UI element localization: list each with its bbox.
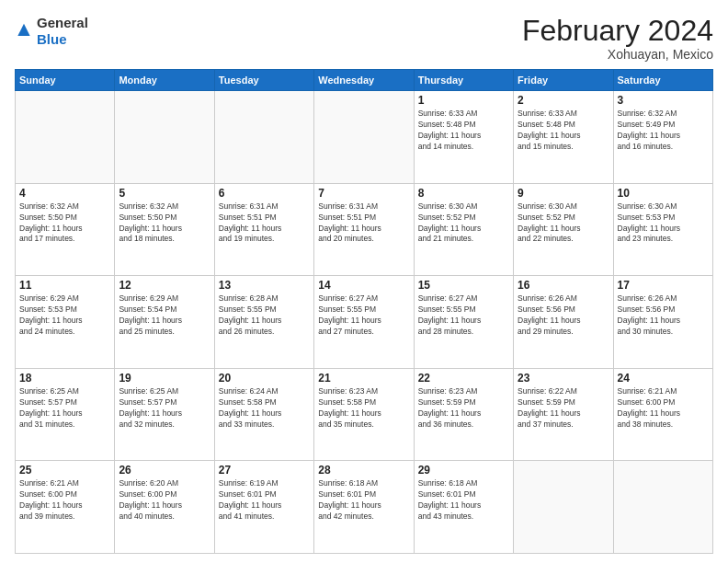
logo-icon xyxy=(15,22,33,40)
calendar-cell: 8Sunrise: 6:30 AM Sunset: 5:52 PM Daylig… xyxy=(414,183,513,276)
day-info: Sunrise: 6:25 AM Sunset: 5:57 PM Dayligh… xyxy=(119,386,210,431)
calendar-cell xyxy=(115,91,214,184)
day-info: Sunrise: 6:18 AM Sunset: 6:01 PM Dayligh… xyxy=(318,478,409,523)
title-block: February 2024 Xohuayan, Mexico xyxy=(522,15,713,62)
calendar-header-wednesday: Wednesday xyxy=(314,70,414,91)
day-number: 3 xyxy=(618,94,709,107)
logo-blue: Blue xyxy=(37,31,67,47)
day-info: Sunrise: 6:24 AM Sunset: 5:58 PM Dayligh… xyxy=(219,386,310,431)
day-number: 28 xyxy=(318,464,409,477)
day-number: 11 xyxy=(19,279,110,292)
calendar-table: SundayMondayTuesdayWednesdayThursdayFrid… xyxy=(15,69,713,554)
calendar-cell: 1Sunrise: 6:33 AM Sunset: 5:48 PM Daylig… xyxy=(414,91,513,184)
day-number: 1 xyxy=(418,94,509,107)
day-info: Sunrise: 6:28 AM Sunset: 5:55 PM Dayligh… xyxy=(219,293,310,338)
calendar-week-4: 18Sunrise: 6:25 AM Sunset: 5:57 PM Dayli… xyxy=(16,368,713,461)
calendar-week-3: 11Sunrise: 6:29 AM Sunset: 5:53 PM Dayli… xyxy=(16,276,713,369)
calendar-cell: 13Sunrise: 6:28 AM Sunset: 5:55 PM Dayli… xyxy=(214,276,313,369)
day-number: 18 xyxy=(19,372,110,385)
day-number: 25 xyxy=(19,464,110,477)
calendar-header-sunday: Sunday xyxy=(16,70,115,91)
day-number: 7 xyxy=(318,187,409,200)
day-info: Sunrise: 6:25 AM Sunset: 5:57 PM Dayligh… xyxy=(19,386,110,431)
calendar-cell: 7Sunrise: 6:31 AM Sunset: 5:51 PM Daylig… xyxy=(314,183,414,276)
calendar-header-thursday: Thursday xyxy=(414,70,513,91)
calendar-week-1: 1Sunrise: 6:33 AM Sunset: 5:48 PM Daylig… xyxy=(16,91,713,184)
day-info: Sunrise: 6:21 AM Sunset: 6:00 PM Dayligh… xyxy=(19,478,110,523)
calendar-cell: 18Sunrise: 6:25 AM Sunset: 5:57 PM Dayli… xyxy=(16,368,115,461)
calendar-cell: 28Sunrise: 6:18 AM Sunset: 6:01 PM Dayli… xyxy=(314,461,414,554)
calendar-cell: 14Sunrise: 6:27 AM Sunset: 5:55 PM Dayli… xyxy=(314,276,414,369)
day-info: Sunrise: 6:23 AM Sunset: 5:59 PM Dayligh… xyxy=(418,386,509,431)
day-info: Sunrise: 6:29 AM Sunset: 5:54 PM Dayligh… xyxy=(119,293,210,338)
day-number: 14 xyxy=(318,279,409,292)
day-info: Sunrise: 6:27 AM Sunset: 5:55 PM Dayligh… xyxy=(318,293,409,338)
day-info: Sunrise: 6:30 AM Sunset: 5:52 PM Dayligh… xyxy=(418,201,509,246)
day-info: Sunrise: 6:29 AM Sunset: 5:53 PM Dayligh… xyxy=(19,293,110,338)
day-number: 13 xyxy=(219,279,310,292)
calendar-cell: 10Sunrise: 6:30 AM Sunset: 5:53 PM Dayli… xyxy=(613,183,712,276)
logo: General Blue xyxy=(15,15,88,48)
calendar-cell: 15Sunrise: 6:27 AM Sunset: 5:55 PM Dayli… xyxy=(414,276,513,369)
calendar-cell: 23Sunrise: 6:22 AM Sunset: 5:59 PM Dayli… xyxy=(514,368,613,461)
day-info: Sunrise: 6:19 AM Sunset: 6:01 PM Dayligh… xyxy=(219,478,310,523)
calendar-cell: 27Sunrise: 6:19 AM Sunset: 6:01 PM Dayli… xyxy=(214,461,313,554)
calendar-cell: 20Sunrise: 6:24 AM Sunset: 5:58 PM Dayli… xyxy=(214,368,313,461)
day-info: Sunrise: 6:30 AM Sunset: 5:52 PM Dayligh… xyxy=(518,201,609,246)
day-number: 2 xyxy=(518,94,609,107)
day-info: Sunrise: 6:21 AM Sunset: 6:00 PM Dayligh… xyxy=(618,386,709,431)
calendar-cell: 11Sunrise: 6:29 AM Sunset: 5:53 PM Dayli… xyxy=(16,276,115,369)
calendar-header-row: SundayMondayTuesdayWednesdayThursdayFrid… xyxy=(16,70,713,91)
day-number: 22 xyxy=(418,372,509,385)
calendar-cell: 26Sunrise: 6:20 AM Sunset: 6:00 PM Dayli… xyxy=(115,461,214,554)
logo-general: General xyxy=(37,15,88,30)
calendar-cell: 24Sunrise: 6:21 AM Sunset: 6:00 PM Dayli… xyxy=(613,368,712,461)
calendar-cell: 3Sunrise: 6:32 AM Sunset: 5:49 PM Daylig… xyxy=(613,91,712,184)
calendar-cell: 12Sunrise: 6:29 AM Sunset: 5:54 PM Dayli… xyxy=(115,276,214,369)
calendar-header-monday: Monday xyxy=(115,70,214,91)
day-number: 4 xyxy=(19,187,110,200)
calendar-cell: 19Sunrise: 6:25 AM Sunset: 5:57 PM Dayli… xyxy=(115,368,214,461)
day-number: 10 xyxy=(618,187,709,200)
calendar-cell: 2Sunrise: 6:33 AM Sunset: 5:48 PM Daylig… xyxy=(514,91,613,184)
calendar-cell: 25Sunrise: 6:21 AM Sunset: 6:00 PM Dayli… xyxy=(16,461,115,554)
calendar-cell xyxy=(214,91,313,184)
header: General Blue February 2024 Xohuayan, Mex… xyxy=(15,15,713,62)
calendar-cell xyxy=(514,461,613,554)
day-number: 27 xyxy=(219,464,310,477)
calendar-cell xyxy=(613,461,712,554)
day-info: Sunrise: 6:32 AM Sunset: 5:50 PM Dayligh… xyxy=(19,201,110,246)
calendar-header-friday: Friday xyxy=(514,70,613,91)
calendar-week-5: 25Sunrise: 6:21 AM Sunset: 6:00 PM Dayli… xyxy=(16,461,713,554)
calendar-cell xyxy=(16,91,115,184)
day-number: 8 xyxy=(418,187,509,200)
day-info: Sunrise: 6:20 AM Sunset: 6:00 PM Dayligh… xyxy=(119,478,210,523)
calendar-cell: 4Sunrise: 6:32 AM Sunset: 5:50 PM Daylig… xyxy=(16,183,115,276)
day-info: Sunrise: 6:27 AM Sunset: 5:55 PM Dayligh… xyxy=(418,293,509,338)
day-info: Sunrise: 6:33 AM Sunset: 5:48 PM Dayligh… xyxy=(418,109,509,153)
page: General Blue February 2024 Xohuayan, Mex… xyxy=(0,0,728,563)
day-number: 16 xyxy=(518,279,609,292)
day-info: Sunrise: 6:30 AM Sunset: 5:53 PM Dayligh… xyxy=(618,201,709,246)
day-number: 19 xyxy=(119,372,210,385)
day-info: Sunrise: 6:23 AM Sunset: 5:58 PM Dayligh… xyxy=(318,386,409,431)
svg-marker-0 xyxy=(17,24,29,36)
day-number: 15 xyxy=(418,279,509,292)
day-number: 20 xyxy=(219,372,310,385)
calendar-cell: 5Sunrise: 6:32 AM Sunset: 5:50 PM Daylig… xyxy=(115,183,214,276)
day-number: 12 xyxy=(119,279,210,292)
day-info: Sunrise: 6:22 AM Sunset: 5:59 PM Dayligh… xyxy=(518,386,609,431)
day-number: 21 xyxy=(318,372,409,385)
calendar-cell: 21Sunrise: 6:23 AM Sunset: 5:58 PM Dayli… xyxy=(314,368,414,461)
calendar-week-2: 4Sunrise: 6:32 AM Sunset: 5:50 PM Daylig… xyxy=(16,183,713,276)
month-title: February 2024 xyxy=(522,15,713,47)
day-number: 23 xyxy=(518,372,609,385)
day-info: Sunrise: 6:33 AM Sunset: 5:48 PM Dayligh… xyxy=(518,109,609,153)
day-number: 9 xyxy=(518,187,609,200)
logo-text: General Blue xyxy=(37,15,88,48)
calendar-cell: 17Sunrise: 6:26 AM Sunset: 5:56 PM Dayli… xyxy=(613,276,712,369)
day-info: Sunrise: 6:18 AM Sunset: 6:01 PM Dayligh… xyxy=(418,478,509,523)
day-info: Sunrise: 6:31 AM Sunset: 5:51 PM Dayligh… xyxy=(219,201,310,246)
day-info: Sunrise: 6:32 AM Sunset: 5:49 PM Dayligh… xyxy=(618,109,709,153)
day-info: Sunrise: 6:31 AM Sunset: 5:51 PM Dayligh… xyxy=(318,201,409,246)
